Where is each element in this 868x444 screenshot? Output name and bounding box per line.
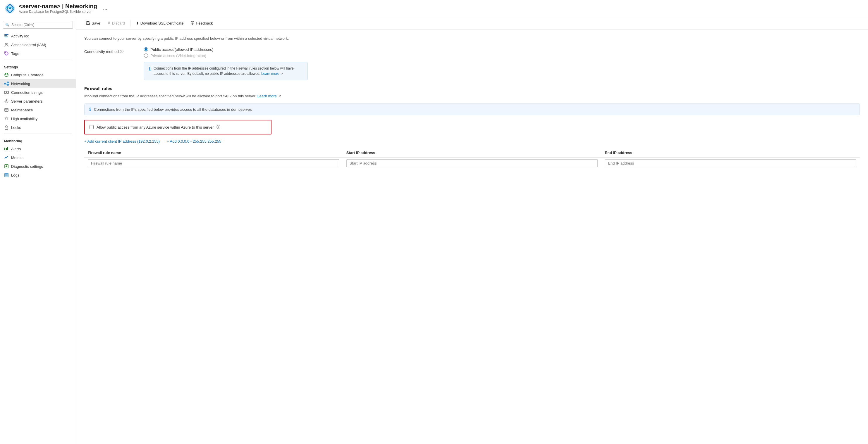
monitoring-section-label: Monitoring (0, 136, 76, 144)
body-layout: 🔍 Activity log Access control (IAM) Tags… (0, 17, 868, 444)
svg-rect-17 (7, 91, 8, 94)
sidebar-item-label: Tags (11, 52, 19, 56)
radio-private-access[interactable]: Private access (VNet Integration) (144, 54, 308, 58)
sidebar-item-server-parameters[interactable]: Server parameters (0, 97, 76, 105)
sidebar-item-label: Locks (11, 126, 21, 130)
sidebar-item-activity-log[interactable]: Activity log (0, 32, 76, 40)
firewall-rule-name-input[interactable] (88, 159, 339, 167)
sidebar-item-locks[interactable]: Locks (0, 123, 76, 132)
end-ip-cell (601, 158, 860, 169)
search-icon: 🔍 (5, 23, 10, 27)
svg-point-19 (6, 101, 7, 102)
sidebar-item-label: Connection strings (11, 90, 43, 95)
sidebar-item-label: Compute + storage (11, 73, 43, 77)
sidebar-item-access-control[interactable]: Access control (IAM) (0, 40, 76, 49)
feedback-button[interactable]: Feedback (188, 19, 216, 27)
radio-private-access-input[interactable] (144, 54, 148, 58)
svg-rect-16 (4, 91, 6, 94)
discard-button[interactable]: ✕ Discard (104, 20, 128, 27)
sidebar-item-connection-strings[interactable]: Connection strings (0, 88, 76, 97)
sidebar-search-wrap: 🔍 (3, 21, 73, 29)
firewall-learn-more-link[interactable]: Learn more (257, 94, 277, 98)
svg-point-36 (191, 21, 194, 25)
download-icon: ⬇ (136, 21, 139, 26)
svg-rect-23 (5, 127, 8, 130)
svg-rect-20 (5, 108, 8, 111)
svg-rect-34 (87, 21, 89, 22)
sidebar-item-label: Logs (11, 173, 19, 177)
sidebar-item-label: Networking (11, 81, 30, 86)
sidebar-item-diagnostic-settings[interactable]: Diagnostic settings (0, 162, 76, 171)
diagnostic-icon (4, 164, 9, 169)
add-links-row: + Add current client IP address (192.0.2… (84, 139, 860, 143)
monitoring-divider (4, 134, 72, 134)
sidebar-item-alerts[interactable]: Alerts (0, 144, 76, 153)
svg-rect-13 (7, 84, 8, 86)
end-ip-input[interactable] (605, 159, 856, 167)
banner-info-icon: ℹ (89, 107, 91, 112)
sidebar-item-compute-storage[interactable]: Compute + storage (0, 70, 76, 79)
svg-rect-24 (4, 148, 5, 150)
svg-rect-12 (7, 82, 8, 83)
networking-icon (4, 81, 9, 86)
save-label: Save (92, 21, 100, 26)
search-input[interactable] (3, 21, 73, 29)
allow-azure-services-info-icon: ⓘ (216, 125, 220, 130)
sidebar-item-label: Maintenance (11, 108, 33, 112)
col-header-start-ip: Start IP address (343, 148, 601, 158)
radio-public-label: Public access (allowed IP addresses) (150, 47, 213, 52)
save-button[interactable]: Save (83, 19, 103, 27)
info-box-text: Connections from the IP addresses config… (154, 66, 303, 76)
radio-public-access[interactable]: Public access (allowed IP addresses) (144, 47, 308, 52)
download-ssl-button[interactable]: ⬇ Download SSL Certificate (133, 20, 187, 27)
sidebar: 🔍 Activity log Access control (IAM) Tags… (0, 17, 76, 444)
download-ssl-label: Download SSL Certificate (141, 21, 184, 26)
add-ip-range-link[interactable]: + Add 0.0.0.0 - 255.255.255.255 (167, 139, 221, 143)
svg-rect-25 (6, 148, 7, 150)
sidebar-item-high-availability[interactable]: High availability (0, 114, 76, 123)
svg-line-15 (5, 83, 7, 85)
svg-point-8 (6, 43, 7, 44)
sidebar-item-label: Diagnostic settings (11, 164, 43, 169)
svg-point-3 (9, 8, 11, 9)
allow-azure-services-checkbox[interactable] (90, 125, 94, 129)
connectivity-info-icon: ⓘ (120, 49, 123, 54)
svg-point-9 (5, 52, 6, 53)
toolbar: Save ✕ Discard ⬇ Download SSL Certificat… (76, 17, 868, 30)
sidebar-item-label: Access control (IAM) (11, 43, 46, 47)
firewall-rule-name-cell (84, 158, 343, 169)
activity-log-icon (4, 34, 9, 38)
col-header-end-ip: End IP address (601, 148, 860, 158)
table-row (84, 158, 860, 169)
sidebar-item-logs[interactable]: Logs (0, 171, 76, 179)
radio-public-access-input[interactable] (144, 47, 148, 52)
settings-divider (4, 60, 72, 60)
discard-label: Discard (112, 21, 125, 26)
sidebar-item-maintenance[interactable]: Maintenance (0, 105, 76, 114)
main-content: Save ✕ Discard ⬇ Download SSL Certificat… (76, 17, 868, 444)
firewall-section-title: Firewall rules (84, 86, 860, 91)
start-ip-input[interactable] (346, 159, 598, 167)
sidebar-item-networking[interactable]: Networking (0, 79, 76, 88)
sidebar-item-tags[interactable]: Tags (0, 49, 76, 58)
page-header: <server-name> | Networking Azure Databas… (0, 0, 868, 17)
feedback-label: Feedback (196, 21, 213, 26)
add-current-ip-link[interactable]: + Add current client IP address (192.0.2… (84, 139, 160, 143)
info-box-icon: ℹ (149, 66, 151, 76)
svg-rect-26 (7, 147, 8, 150)
more-options-button[interactable]: ... (103, 5, 107, 11)
allow-azure-services-label: Allow public access from any Azure servi… (97, 125, 214, 130)
firewall-section-desc: Inbound connections from the IP addresse… (84, 93, 860, 99)
compute-icon (4, 72, 9, 77)
connectivity-control: Public access (allowed IP addresses) Pri… (144, 47, 308, 80)
content-area: You can connect to your server by specif… (76, 30, 868, 175)
connection-strings-icon (4, 90, 9, 95)
feedback-icon (190, 21, 194, 26)
sidebar-item-label: Alerts (11, 147, 21, 151)
sidebar-item-label: High availability (11, 116, 37, 121)
sidebar-item-metrics[interactable]: Metrics (0, 153, 76, 162)
info-box-learn-more-link[interactable]: Learn more (261, 72, 279, 76)
svg-rect-4 (4, 34, 8, 35)
page-title: <server-name> | Networking (19, 3, 97, 10)
metrics-icon (4, 155, 9, 160)
